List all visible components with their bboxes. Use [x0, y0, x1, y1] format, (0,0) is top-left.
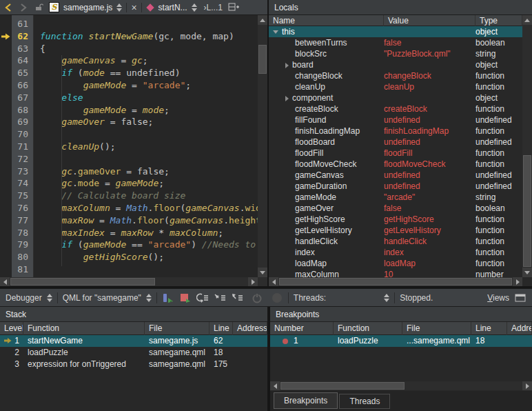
step-over-button[interactable]	[196, 292, 209, 304]
scroll-right-button[interactable]	[522, 381, 532, 390]
hscroll-handle[interactable]	[10, 278, 155, 285]
locals-row-createBlock[interactable]: createBlockcreateBlockfunction	[269, 103, 522, 114]
gutter-line-number[interactable]: 76	[12, 202, 33, 214]
engine-dropdown-arrows[interactable]	[146, 294, 152, 302]
locals-row-gameCanvas[interactable]: gameCanvasundefinedundefined	[269, 170, 522, 181]
locals-row-maxColumn[interactable]: maxColumn10number	[269, 269, 522, 277]
gutter-line-number[interactable]: 79	[12, 239, 33, 251]
line-number-gutter[interactable]: 6162636465666768697071727374757677787980…	[12, 15, 34, 277]
locals-row-gameMode[interactable]: gameMode"arcade"string	[269, 192, 522, 203]
scroll-up-button[interactable]	[258, 15, 267, 25]
stack-col-file[interactable]: File	[145, 322, 209, 335]
gutter-line-number[interactable]: 80	[12, 251, 33, 263]
gutter-line-number[interactable]: 77	[12, 214, 33, 227]
restart-button-disabled[interactable]	[251, 292, 263, 304]
collapse-arrow-icon[interactable]	[273, 30, 278, 34]
bp-col-function[interactable]: Function	[334, 322, 402, 335]
stack-col-line[interactable]: Line	[209, 322, 233, 335]
open-file-name[interactable]: samegame.js	[63, 3, 112, 12]
locals-row-fillFound[interactable]: fillFoundundefinedundefined	[269, 114, 522, 126]
breakpoint-row[interactable]: 1loadPuzzle...samegame.qml18	[270, 335, 532, 347]
locals-row-floodBoard[interactable]: floodBoardundefinedundefined	[269, 137, 522, 148]
editor-vscrollbar[interactable]	[258, 15, 267, 286]
locals-col-name[interactable]: Name	[269, 15, 384, 26]
locals-row-blockSrc[interactable]: blockSrc"PuzzleBlock.qml"string	[269, 48, 522, 59]
expand-arrow-icon[interactable]	[285, 63, 289, 68]
bp-col-number[interactable]: Number	[270, 322, 334, 335]
expand-arrow-icon[interactable]	[285, 96, 289, 101]
gutter-line-number[interactable]: 65	[12, 67, 33, 79]
locals-row-betweenTurns[interactable]: betweenTurnsfalseboolean	[269, 37, 522, 48]
gutter-line-number[interactable]: 62	[12, 30, 33, 43]
breakpoints-hscrollbar[interactable]	[270, 381, 532, 390]
vscroll-handle[interactable]	[258, 45, 267, 74]
scroll-right-button[interactable]	[248, 277, 258, 286]
scroll-up-button[interactable]	[522, 15, 532, 25]
hscroll-handle[interactable]	[279, 278, 512, 285]
gutter-line-number[interactable]: 70	[12, 128, 33, 141]
lock-button[interactable]	[33, 1, 45, 14]
stack-col-address[interactable]: Address	[233, 322, 267, 335]
stack-col-level[interactable]: Level	[0, 322, 23, 335]
gutter-line-number[interactable]: 63	[12, 43, 33, 55]
gutter-line-number[interactable]: 73	[12, 166, 33, 178]
engine-selector[interactable]: QML for "samegame"	[63, 293, 141, 303]
split-editor-button[interactable]	[227, 1, 241, 14]
gutter-line-number[interactable]: 81	[12, 263, 33, 276]
debugger-selector[interactable]: Debugger	[6, 293, 42, 303]
gutter-line-number[interactable]: 69	[12, 116, 33, 128]
gutter-line-number[interactable]: 67	[12, 92, 33, 104]
vscroll-handle[interactable]	[523, 155, 531, 267]
bp-col-file[interactable]: File	[402, 322, 471, 335]
locals-row-gameDuration[interactable]: gameDurationundefinedundefined	[269, 181, 522, 192]
locals-row-changeBlock[interactable]: changeBlockchangeBlockfunction	[269, 70, 522, 81]
record-button-disabled[interactable]	[271, 292, 283, 304]
locals-row-component[interactable]: componentobject	[269, 92, 522, 103]
locals-row-handleClick[interactable]: handleClickhandleClickfunction	[269, 236, 522, 247]
stack-frame-row[interactable]: 3expression for onTriggeredsamegame.qml1…	[0, 359, 267, 370]
locals-col-type[interactable]: Type	[475, 15, 522, 26]
locals-row-finishLoadingMap[interactable]: finishLoadingMapfinishLoadingMapfunction	[269, 126, 522, 137]
locals-row-getHighScore[interactable]: getHighScoregetHighScorefunction	[269, 214, 522, 225]
gutter-line-number[interactable]: 75	[12, 190, 33, 202]
locals-row-floodFill[interactable]: floodFillfloodFillfunction	[269, 148, 522, 159]
scroll-left-button[interactable]	[0, 277, 10, 286]
bp-col-address[interactable]: Address	[507, 322, 532, 335]
line-indicator[interactable]: ›L...1	[204, 3, 223, 12]
locals-row-this[interactable]: thisobject	[269, 26, 522, 37]
views-window-button[interactable]	[514, 292, 526, 304]
stack-frame-row[interactable]: 2loadPuzzlesamegame.qml18	[0, 347, 267, 359]
stack-col-function[interactable]: Function	[23, 322, 145, 335]
continue-button[interactable]	[162, 292, 174, 304]
stop-debugger-button[interactable]	[179, 292, 192, 304]
forward-button[interactable]	[18, 1, 29, 14]
locals-row-board[interactable]: boardobject	[269, 59, 522, 70]
stack-frame-row[interactable]: 1startNewGamesamegame.js62	[0, 335, 267, 347]
scroll-down-button[interactable]	[258, 268, 267, 277]
symbol-selector[interactable]: startN...	[158, 3, 187, 12]
locals-row-cleanUp[interactable]: cleanUpcleanUpfunction	[269, 81, 522, 92]
scroll-left-button[interactable]	[270, 381, 280, 390]
views-menu-button[interactable]: Views	[487, 293, 509, 303]
step-out-button[interactable]	[231, 292, 243, 304]
scroll-left-button[interactable]	[269, 277, 278, 286]
editor-hscrollbar[interactable]	[0, 277, 258, 286]
gutter-line-number[interactable]: 74	[12, 177, 33, 190]
back-button[interactable]	[3, 1, 14, 14]
code-editor[interactable]: 6162636465666768697071727374757677787980…	[0, 15, 267, 286]
gutter-line-number[interactable]: 61	[12, 18, 33, 30]
locals-col-value[interactable]: Value	[384, 15, 475, 26]
breakpoint-margin[interactable]	[0, 15, 12, 277]
bp-col-line[interactable]: Line	[471, 322, 507, 335]
gutter-line-number[interactable]: 64	[12, 54, 33, 67]
locals-row-floodMoveCheck[interactable]: floodMoveCheckfloodMoveCheckfunction	[269, 159, 522, 170]
gutter-line-number[interactable]: 78	[12, 227, 33, 239]
hscroll-handle[interactable]	[280, 382, 405, 390]
locals-hscrollbar[interactable]	[269, 277, 522, 286]
locals-row-index[interactable]: indexindexfunction	[269, 247, 522, 258]
scroll-down-button[interactable]	[522, 268, 532, 277]
locals-row-loadMap[interactable]: loadMaploadMapfunction	[269, 258, 522, 269]
locals-row-getLevelHistory[interactable]: getLevelHistorygetLevelHistoryfunction	[269, 225, 522, 236]
locals-row-gameOver[interactable]: gameOverfalseboolean	[269, 203, 522, 214]
tab-threads[interactable]: Threads	[339, 394, 390, 409]
